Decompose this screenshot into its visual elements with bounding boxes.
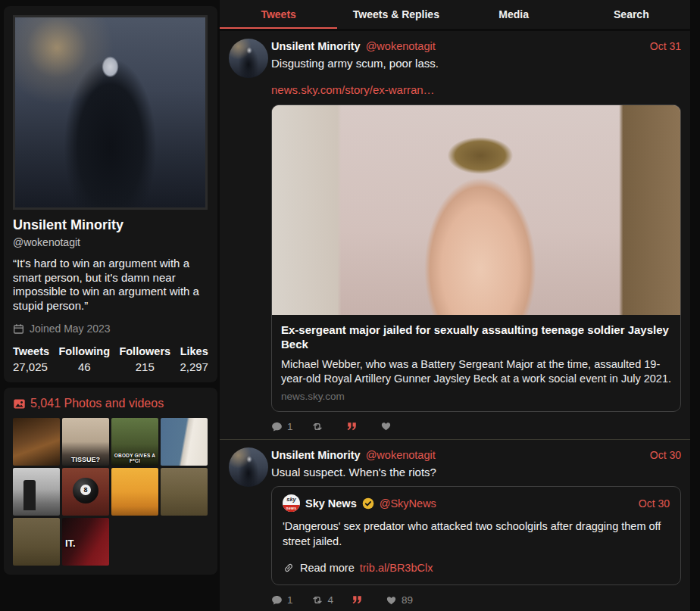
photos-header-link[interactable]: 5,041 Photos and videos [13,397,208,410]
retweet-stat[interactable] [311,421,328,432]
photo-tile-popcorn-man[interactable] [13,418,60,466]
photo-grid: TISSUE? OBODY GIVES A F*CI 8 IT. [13,418,208,566]
link-preview-title: Ex-sergeant major jailed for sexually as… [281,323,671,353]
quoted-tweet-date[interactable]: Oct 30 [639,497,670,510]
tweet-header: Unsilent Minority @wokenotagit Oct 31 [271,39,681,52]
quote-icon [346,422,358,432]
stat-followers: Followers 215 [119,345,170,373]
quote-stat[interactable] [352,595,367,605]
profile-joined: Joined May 2023 [13,323,208,335]
tweet[interactable]: Unsilent Minority @wokenotagit Oct 31 Di… [220,31,690,439]
tweet[interactable]: Unsilent Minority @wokenotagit Oct 30 Us… [220,440,690,611]
read-more-label: Read more [300,562,355,574]
photo-tile-magic-8-ball[interactable]: 8 [62,468,109,516]
tab-tweets[interactable]: Tweets [220,0,337,29]
stat-tweets: Tweets 27,025 [13,345,49,373]
comment-stat[interactable]: 1 [271,421,293,432]
heart-icon [386,595,397,606]
photo-caption: IT. [65,538,76,549]
tweet-date[interactable]: Oct 30 [650,449,681,461]
tab-tweets-and-replies[interactable]: Tweets & Replies [337,0,455,29]
comment-count: 1 [287,421,293,432]
sky-news-logo-top: sky [283,496,300,503]
photo-tile-newspaper-scene[interactable] [13,468,60,516]
tweet-author-handle[interactable]: @wokenotagit [366,449,436,461]
like-stat[interactable]: 89 [386,594,413,606]
photo-tile-soldier-moustache[interactable] [161,468,208,516]
photo-tile-simpsons-scene[interactable] [111,468,158,516]
calendar-icon [13,323,24,335]
photo-tile-larry-david[interactable]: OBODY GIVES A F*CI [111,418,158,466]
link-preview-card[interactable]: Ex-sergeant major jailed for sexually as… [271,104,681,412]
tweet-avatar[interactable] [229,39,268,78]
profile-sidebar: Unsilent Minority @wokenotagit “It's har… [4,6,217,575]
photo-caption: TISSUE? [62,456,109,463]
quoted-tweet-header: sky news Sky News @SkyNews Oct 30 [283,494,670,512]
profile-name: Unsilent Minority [13,217,208,233]
profile-photo[interactable] [13,15,208,210]
retweet-icon [311,594,323,606]
quoted-author-name[interactable]: Sky News [305,497,357,510]
tweets-panel: Unsilent Minority @wokenotagit Oct 31 Di… [220,31,690,611]
link-preview-image [272,105,680,315]
photo-tile-man-in-hallway[interactable] [161,418,208,466]
tweet-stats: 1 [271,421,681,432]
read-more-row: Read more trib.al/BR3bClx [283,562,670,574]
tweet-content: Unsilent Minority @wokenotagit Oct 30 Us… [271,447,681,606]
photos-icon [13,397,26,410]
timeline: Tweets Tweets & Replies Media Search Uns… [220,0,690,611]
photos-card: 5,041 Photos and videos TISSUE? OBODY GI… [4,388,217,575]
sky-news-logo[interactable]: sky news [283,494,300,512]
photo-tile-soldier-moustache-2[interactable] [13,518,60,566]
retweet-icon [311,421,323,432]
quoted-author-handle[interactable]: @SkyNews [380,497,436,510]
comment-icon [271,421,283,432]
photo-tile-tissue-man[interactable]: TISSUE? [62,418,109,466]
comment-stat[interactable]: 1 [271,594,293,606]
link-preview-destination: news.sky.com [281,391,671,402]
tab-search[interactable]: Search [573,0,690,29]
profile-handle: @wokenotagit [13,236,208,248]
joined-label: Joined May 2023 [30,323,111,335]
profile-bio: “It's hard to win an argument with a sma… [13,257,208,313]
tweet-text: Disgusting army scum, poor lass. [271,56,681,71]
tweet-author-name[interactable]: Unsilent Minority [271,40,361,52]
tweet-date[interactable]: Oct 31 [650,40,681,52]
comment-icon [271,594,283,606]
retweet-count: 4 [328,594,334,606]
read-more-link[interactable]: trib.al/BR3bClx [360,562,433,574]
retweet-stat[interactable]: 4 [311,594,334,606]
tweet-stats: 1 4 [271,594,681,606]
tweet-author-name[interactable]: Unsilent Minority [271,449,361,461]
verified-badge-icon [362,497,374,510]
photo-tile-red-jacket-man[interactable]: IT. [62,518,109,566]
tweet-content: Unsilent Minority @wokenotagit Oct 31 Di… [271,39,681,432]
quoted-tweet[interactable]: sky news Sky News @SkyNews Oct 30 'Dange… [271,486,681,585]
tweet-text: Usual suspect. When's the riots? [271,465,681,480]
stat-following: Following 46 [58,345,110,373]
tweet-author-handle[interactable]: @wokenotagit [366,40,436,52]
link-icon [283,562,295,574]
profile-card: Unsilent Minority @wokenotagit “It's har… [4,6,217,382]
quote-stat[interactable] [346,422,362,432]
comment-count: 1 [287,594,293,606]
photos-header-label: 5,041 Photos and videos [30,397,164,410]
link-preview-text: Ex-sergeant major jailed for sexually as… [272,315,680,411]
like-count: 89 [402,594,413,606]
sky-news-logo-bottom: news [283,505,300,512]
quote-icon [352,595,363,605]
quoted-tweet-text: 'Dangerous' sex predator who attacked tw… [283,519,670,549]
tab-bar: Tweets Tweets & Replies Media Search [220,0,690,29]
tweet-avatar[interactable] [229,447,268,487]
tweet-external-link[interactable]: news.sky.com/story/ex-warran… [271,83,435,96]
profile-stats: Tweets 27,025 Following 46 Followers 215… [13,345,208,373]
tab-media[interactable]: Media [455,0,573,29]
stat-likes: Likes 2,297 [180,345,208,373]
like-stat[interactable] [380,421,396,432]
photo-caption: OBODY GIVES A F*CI [111,453,158,463]
heart-icon [380,421,392,432]
tweet-header: Unsilent Minority @wokenotagit Oct 30 [271,447,681,461]
link-preview-description: Michael Webber, who was a Battery Sergea… [281,357,671,386]
